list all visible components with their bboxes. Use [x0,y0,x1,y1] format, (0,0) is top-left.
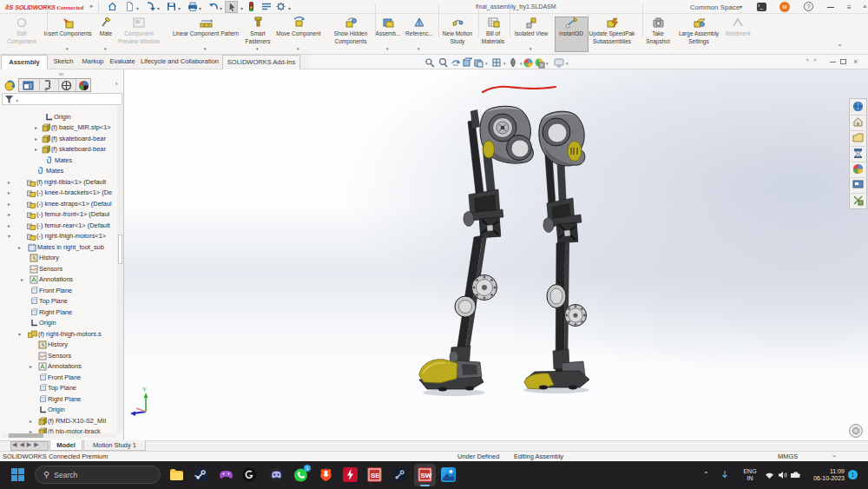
svg-text:SW: SW [421,472,432,479]
svg-text:SE: SE [371,472,380,479]
svg-text:Y: Y [142,387,147,393]
